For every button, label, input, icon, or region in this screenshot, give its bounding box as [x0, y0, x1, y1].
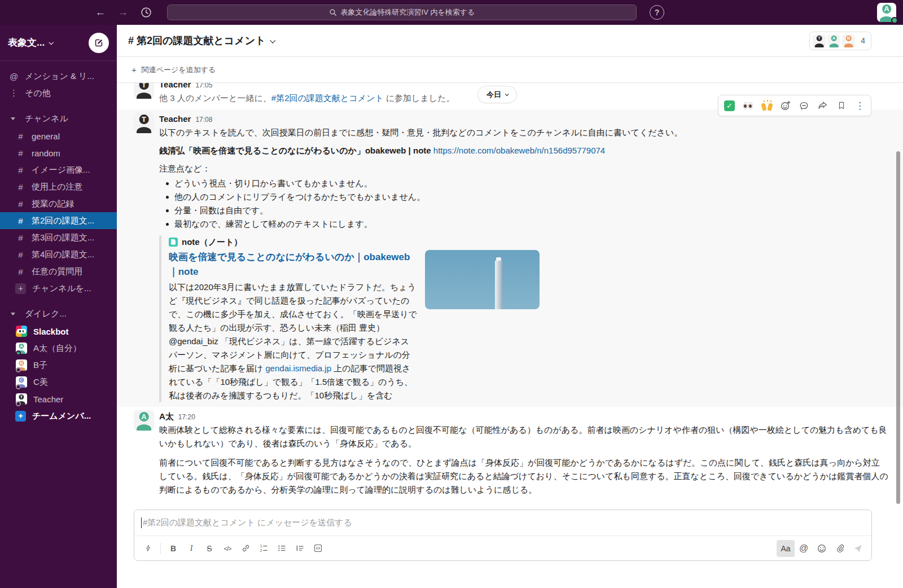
message-text: 映画体験として総称される様々な要素には、回復可能であるものと回復不可能な（可能性…: [159, 423, 888, 450]
avatar[interactable]: A: [134, 410, 154, 431]
timestamp[interactable]: 17:20: [178, 411, 195, 423]
search-icon: [329, 8, 337, 16]
code-block-button[interactable]: [309, 540, 327, 557]
add-reaction-button[interactable]: [776, 96, 795, 115]
channels-section-header[interactable]: チャンネル: [0, 109, 117, 128]
add-related-pages[interactable]: + 関連ページを追加する: [117, 57, 903, 83]
dm-section-header[interactable]: ダイレク...: [0, 305, 117, 323]
sidebar-item-label: メンション & リ...: [25, 71, 94, 82]
sidebar-item-more[interactable]: ⋮ その他: [0, 85, 117, 102]
triangle-down-icon: [11, 117, 15, 120]
preview-title-link[interactable]: 映画を倍速で見ることのなにがわるいのか｜obakeweb｜note: [169, 250, 417, 279]
inline-code-button[interactable]: </>: [218, 540, 236, 557]
triangle-down-icon: [11, 313, 15, 315]
preview-thumbnail-image[interactable]: [425, 250, 540, 309]
sidebar-channel-session3[interactable]: #第3回の課題文...: [0, 229, 117, 246]
history-forward-button[interactable]: →: [115, 4, 131, 21]
workspace-name: 表象文...: [8, 36, 45, 49]
sidebar-channel-class-records[interactable]: #授業の記録: [0, 195, 117, 212]
sidebar-dm-teacher[interactable]: T Teacher: [0, 390, 117, 407]
add-related-label: 関連ページを追加する: [142, 65, 216, 75]
mention-button[interactable]: @: [795, 540, 813, 557]
save-bookmark-button[interactable]: [832, 96, 851, 115]
author-name[interactable]: Teacher: [159, 83, 191, 90]
sidebar-channel-images[interactable]: #イメージ画像...: [0, 161, 117, 178]
sidebar-invite-members[interactable]: + チームメンバ...: [0, 407, 117, 424]
channel-members-button[interactable]: T A B 4: [809, 32, 871, 50]
notes-title: 注意点など：: [159, 162, 888, 175]
shortcuts-bolt-button[interactable]: [139, 540, 157, 557]
scrollbar-thumb[interactable]: [896, 151, 900, 504]
avatar[interactable]: T: [134, 113, 154, 133]
search-input[interactable]: 表象文化論特殊研究演習IV 内を検索する: [167, 5, 637, 20]
vertical-dots-icon: ⋮: [9, 88, 19, 98]
citation-line: 銭清弘「映画を倍速で見ることのなにがわるいのか」obakeweb | note …: [159, 144, 888, 157]
formatting-toolbar: B I S </> 12: [134, 536, 871, 560]
search-text: 表象文化論特殊研究演習IV 内を検索する: [341, 7, 475, 17]
bullet-icon: [166, 182, 169, 185]
blockquote-button[interactable]: [291, 540, 309, 557]
author-name[interactable]: A太: [159, 410, 174, 422]
slack-app: ← → 表象文化論特殊研究演習IV 内を検索する ? A 表象文...: [0, 0, 903, 588]
bold-button[interactable]: B: [164, 540, 182, 557]
sidebar-dm-ata[interactable]: A A太（自分）: [0, 340, 117, 357]
history-icon[interactable]: [139, 5, 154, 20]
show-formatting-button[interactable]: Aa: [777, 540, 795, 557]
react-raised-hands-button[interactable]: [757, 96, 776, 115]
hash-icon: #: [16, 199, 25, 209]
reply-thread-button[interactable]: [795, 96, 813, 115]
timestamp[interactable]: 17:08: [195, 114, 212, 126]
history-back-button[interactable]: ←: [92, 4, 109, 21]
presence-online-dot: [16, 350, 21, 356]
sidebar-channel-questions[interactable]: #任意の質問用: [0, 263, 117, 280]
inline-link[interactable]: gendai.ismedia.jp: [265, 363, 331, 373]
sidebar: 表象文... @ メンション & リ... ⋮ その他 チャンネル: [0, 25, 117, 588]
sidebar-channel-usage-notes[interactable]: #使用上の注意: [0, 178, 117, 195]
dm-label: B子: [33, 360, 47, 371]
send-button[interactable]: [849, 540, 867, 557]
emoji-button[interactable]: [813, 540, 831, 557]
timestamp[interactable]: 17:05: [195, 83, 212, 91]
date-divider-today[interactable]: 今日: [477, 86, 517, 103]
sidebar-dm-cmi[interactable]: C C美: [0, 374, 117, 390]
citation-url-link[interactable]: https://note.com/obakeweb/n/n156d9577907…: [433, 146, 605, 155]
strikethrough-button[interactable]: S: [200, 540, 218, 557]
sidebar-dm-bko[interactable]: B B子: [0, 357, 117, 374]
attach-file-button[interactable]: [831, 540, 849, 557]
sidebar-channel-session4[interactable]: #第4回の課題文...: [0, 246, 117, 263]
presence-offline-dot: [16, 384, 21, 389]
sidebar-add-channel[interactable]: +チャンネルを...: [0, 280, 117, 297]
react-check-button[interactable]: ✓: [720, 96, 739, 115]
channel-title-dropdown[interactable]: # 第2回の課題文献とコメント: [128, 34, 274, 47]
svg-text:1: 1: [260, 544, 262, 548]
avatar[interactable]: T: [134, 83, 154, 99]
plus-icon: +: [15, 411, 26, 422]
bullet-icon: [166, 196, 169, 199]
sidebar-channel-session2-active[interactable]: #第2回の課題文...: [0, 212, 117, 229]
channel-label: イメージ画像...: [32, 165, 90, 175]
new-message-button[interactable]: [89, 33, 109, 53]
help-icon[interactable]: ?: [650, 5, 664, 20]
channel-link[interactable]: #第2回の課題文献とコメント: [271, 93, 384, 103]
share-message-button[interactable]: [813, 96, 832, 115]
ordered-list-button[interactable]: 12: [255, 540, 273, 557]
member-count: 4: [861, 36, 865, 45]
link-button[interactable]: [236, 540, 255, 557]
react-eyes-button[interactable]: [739, 96, 757, 115]
sidebar-channel-random[interactable]: #random: [0, 144, 117, 161]
dm-label: Slackbot: [33, 327, 69, 336]
author-name[interactable]: Teacher: [159, 113, 191, 125]
account-avatar[interactable]: A: [877, 3, 896, 22]
sidebar-channel-general[interactable]: #general: [0, 128, 117, 144]
bulleted-list-button[interactable]: [273, 540, 291, 557]
sidebar-item-mentions[interactable]: @ メンション & リ...: [0, 68, 117, 85]
dm-label: A太（自分）: [33, 343, 81, 354]
message-input[interactable]: #第2回の課題文献とコメント にメッセージを送信する: [134, 510, 871, 536]
workspace-header[interactable]: 表象文...: [0, 25, 117, 61]
sidebar-dm-slackbot[interactable]: Slackbot: [0, 323, 117, 340]
more-actions-button[interactable]: ⋮: [851, 96, 869, 115]
presence-offline-dot: [16, 401, 21, 406]
bullet-list: どういう視点・切り口から書いてもかまいません。 他の人のコメントにリプライをつけ…: [159, 177, 888, 231]
list-item: どういう視点・切り口から書いてもかまいません。: [159, 177, 888, 190]
italic-button[interactable]: I: [182, 540, 200, 557]
